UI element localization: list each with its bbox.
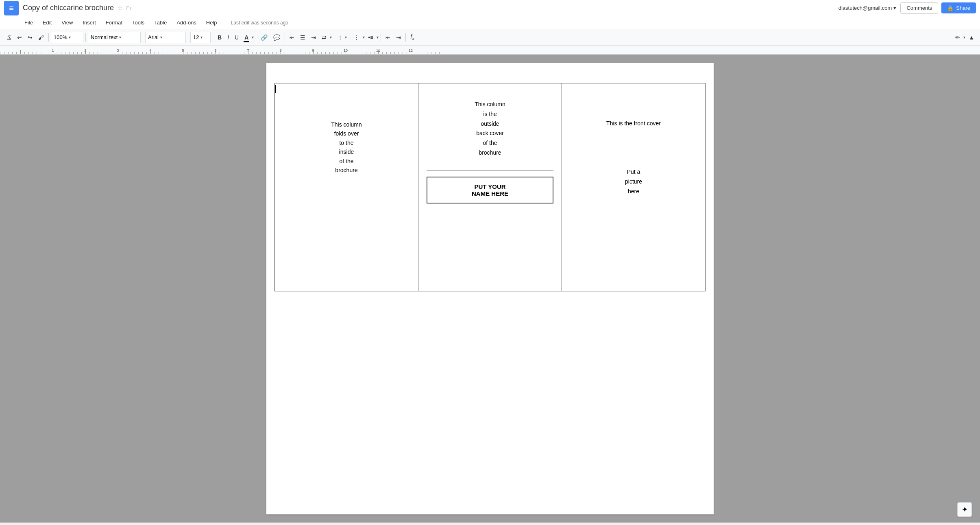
- col2-bottom-area[interactable]: [418, 210, 562, 291]
- toolbar: 🖨 ↩ ↪ 🖌 100% ▾ Normal text ▾ Arial ▾ 12 …: [0, 29, 980, 46]
- share-button[interactable]: 🔒 Share: [941, 2, 976, 13]
- toolbar-separator-3: [143, 33, 143, 42]
- menu-help[interactable]: Help: [202, 18, 221, 27]
- ruler: .ruler-num { position:absolute; bottom:4…: [0, 46, 980, 55]
- chevron-up-icon: ▲: [969, 34, 974, 41]
- ruler-inner: .ruler-num { position:absolute; bottom:4…: [20, 46, 980, 54]
- col1-text: This column folds over to the inside of …: [279, 88, 414, 207]
- user-email[interactable]: dlastutech@gmail.com ▾: [838, 5, 897, 11]
- unordered-list-icon: •≡: [368, 34, 373, 41]
- lock-icon: 🔒: [947, 5, 954, 11]
- pen-icon: ✏: [955, 34, 960, 41]
- text-cursor: [275, 85, 276, 93]
- comment-icon: 💬: [273, 34, 280, 41]
- pen-tool-button[interactable]: ✏: [953, 32, 963, 43]
- folder-icon[interactable]: 🗀: [125, 4, 132, 12]
- toolbar-separator-1: [48, 33, 49, 42]
- col2-top-text: This column is the outside back cover of…: [418, 83, 562, 170]
- font-select[interactable]: Arial ▾: [145, 32, 186, 43]
- star-icon[interactable]: ☆: [117, 4, 123, 12]
- menu-format[interactable]: Format: [102, 18, 126, 27]
- print-icon: 🖨: [6, 34, 11, 41]
- print-button[interactable]: 🖨: [3, 32, 14, 43]
- menu-insert[interactable]: Insert: [78, 18, 100, 27]
- menu-edit[interactable]: Edit: [39, 18, 56, 27]
- chevron-down-icon: ▾: [160, 35, 162, 39]
- last-edit-status: Last edit was seconds ago: [231, 20, 288, 26]
- redo-button[interactable]: ↪: [25, 32, 35, 43]
- indent-less-icon: ⇤: [385, 34, 390, 41]
- align-left-icon: ⇤: [290, 34, 294, 41]
- document-title: Copy of chiccarine brochure: [23, 4, 114, 12]
- undo-button[interactable]: ↩: [15, 32, 24, 43]
- indent-more-icon: ⇥: [396, 34, 401, 41]
- align-left-button[interactable]: ⇤: [287, 32, 297, 43]
- document-page: This column folds over to the inside of …: [266, 63, 714, 514]
- toolbar-separator-11: [405, 33, 406, 42]
- pen-dropdown[interactable]: ▾: [963, 35, 965, 39]
- app-menu-icon[interactable]: ≡: [4, 1, 19, 15]
- toolbar-separator-4: [188, 33, 188, 42]
- line-spacing-dropdown[interactable]: ▾: [345, 35, 347, 39]
- menu-addons[interactable]: Add-ons: [172, 18, 200, 27]
- menu-table[interactable]: Table: [150, 18, 171, 27]
- unordered-list-button[interactable]: •≡: [366, 32, 376, 43]
- menu-file[interactable]: File: [20, 18, 37, 27]
- line-spacing-icon: ↕: [339, 34, 342, 41]
- table-cell-col1[interactable]: This column folds over to the inside of …: [275, 83, 418, 291]
- toolbar-separator-7: [285, 33, 285, 42]
- italic-button[interactable]: I: [225, 32, 231, 43]
- table-row: This column folds over to the inside of …: [275, 83, 706, 291]
- comments-button[interactable]: Comments: [900, 2, 938, 14]
- toolbar-separator-10: [381, 33, 381, 42]
- top-bar: ≡ Copy of chiccarine brochure ☆ 🗀 dlastu…: [0, 0, 980, 16]
- bullet-type-dropdown[interactable]: ▾: [377, 35, 379, 39]
- paint-format-icon: 🖌: [38, 34, 44, 41]
- ordered-list-button[interactable]: ⋮: [351, 32, 362, 43]
- smart-compose-button[interactable]: ✦: [957, 502, 972, 517]
- paint-format-button[interactable]: 🖌: [36, 32, 46, 43]
- align-justify-button[interactable]: ⇄: [319, 32, 329, 43]
- indent-more-button[interactable]: ⇥: [394, 32, 403, 43]
- chevron-down-icon: ▾: [69, 35, 71, 39]
- zoom-select[interactable]: 100% ▾: [51, 32, 83, 43]
- table-cell-col3[interactable]: This is the front cover Put a picture he…: [562, 83, 706, 291]
- chevron-down-icon: ▾: [119, 35, 121, 39]
- font-size-select[interactable]: 12 ▾: [190, 32, 211, 43]
- toolbar-separator-9: [349, 33, 349, 42]
- insert-link-button[interactable]: 🔗: [258, 32, 270, 43]
- align-dropdown[interactable]: ▾: [330, 35, 332, 39]
- font-color-button[interactable]: A: [242, 32, 251, 43]
- name-box[interactable]: PUT YOUR NAME HERE: [427, 177, 553, 203]
- align-right-button[interactable]: ⇥: [309, 32, 318, 43]
- col3-title: This is the front cover: [566, 88, 701, 143]
- menu-bar: File Edit View Insert Format Tools Table…: [0, 16, 980, 29]
- line-spacing-button[interactable]: ↕: [336, 32, 344, 43]
- style-select[interactable]: Normal text ▾: [88, 32, 141, 43]
- font-color-dropdown[interactable]: ▾: [252, 35, 254, 39]
- menu-tools[interactable]: Tools: [128, 18, 148, 27]
- brochure-table[interactable]: This column folds over to the inside of …: [274, 83, 706, 291]
- indent-less-button[interactable]: ⇤: [383, 32, 393, 43]
- list-type-dropdown[interactable]: ▾: [363, 35, 365, 39]
- bold-button[interactable]: B: [215, 32, 224, 43]
- collapse-toolbar-button[interactable]: ▲: [966, 32, 977, 43]
- toolbar-separator-5: [213, 33, 213, 42]
- underline-button[interactable]: U: [232, 32, 241, 43]
- align-justify-icon: ⇄: [322, 34, 327, 41]
- chevron-down-icon: ▾: [200, 35, 203, 39]
- table-cell-col2[interactable]: This column is the outside back cover of…: [418, 83, 562, 291]
- smart-compose-icon: ✦: [962, 505, 968, 514]
- formula-button[interactable]: fx: [408, 32, 417, 43]
- align-center-button[interactable]: ☰: [298, 32, 308, 43]
- redo-icon: ↪: [28, 34, 33, 41]
- align-center-icon: ☰: [300, 34, 305, 41]
- formula-icon: fx: [410, 33, 414, 41]
- link-icon: 🔗: [261, 34, 268, 41]
- menu-view[interactable]: View: [57, 18, 77, 27]
- insert-comment-button[interactable]: 💬: [271, 32, 283, 43]
- font-color-bar: [244, 41, 249, 42]
- col3-picture-placeholder: Put a picture here: [566, 143, 701, 221]
- ordered-list-icon: ⋮: [354, 34, 359, 41]
- document-area[interactable]: This column folds over to the inside of …: [0, 55, 980, 523]
